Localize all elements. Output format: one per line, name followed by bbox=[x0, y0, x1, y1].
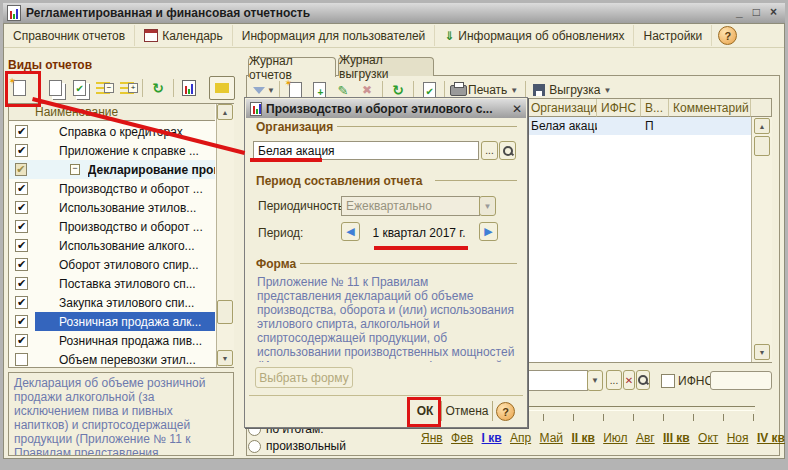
filter-search-button[interactable] bbox=[636, 370, 650, 390]
checkbox[interactable] bbox=[15, 353, 28, 366]
month-link[interactable]: Июл bbox=[603, 431, 627, 445]
checkbox[interactable]: ✔ bbox=[15, 220, 28, 233]
table-scrollbar[interactable]: ▲ ▼ bbox=[751, 117, 772, 362]
scrollbar-thumb[interactable] bbox=[217, 300, 233, 324]
tree-row[interactable]: ✔Производство и оборот ... bbox=[9, 179, 215, 198]
checkbox[interactable]: ✔ bbox=[15, 296, 28, 309]
report-button[interactable] bbox=[177, 77, 201, 99]
print-dropdown-icon[interactable]: ▼ bbox=[510, 86, 518, 95]
dialog-help-icon[interactable]: ? bbox=[496, 402, 515, 421]
minimize-button[interactable]: _ bbox=[736, 5, 743, 19]
checkbox[interactable]: ✔ bbox=[15, 334, 28, 347]
table-row-org[interactable]: Белая акация bbox=[527, 117, 597, 135]
scroll-up-icon[interactable]: ▲ bbox=[754, 118, 770, 134]
tree-row[interactable]: ✔Оборот этилового спир... bbox=[9, 255, 215, 274]
annotation-underline-organization bbox=[250, 158, 322, 162]
tree-row[interactable]: ✔Приложение к справке ... bbox=[9, 141, 215, 160]
tree-row-selected[interactable]: ✔Розничная продажа алк... bbox=[9, 312, 215, 331]
checkbox[interactable]: ✔ bbox=[15, 239, 28, 252]
window-titlebar[interactable]: Регламентированная и финансовая отчетнос… bbox=[3, 3, 785, 23]
org-search-button[interactable] bbox=[499, 141, 516, 160]
printer-icon bbox=[450, 85, 467, 96]
annotation-underline-period bbox=[374, 246, 468, 250]
collapse-node-icon[interactable]: − bbox=[70, 164, 80, 175]
month-link[interactable]: Май bbox=[540, 431, 564, 445]
cancel-button[interactable]: Отмена bbox=[445, 401, 489, 421]
tree-row[interactable]: Объем перевозки этил... bbox=[9, 350, 215, 369]
tree-row[interactable]: ✔Использование алкого... bbox=[9, 236, 215, 255]
month-link[interactable]: Окт bbox=[698, 431, 718, 445]
tree-row-group[interactable]: ✔−Декларирование прои... bbox=[9, 160, 215, 179]
scroll-down-icon[interactable]: ▼ bbox=[754, 344, 770, 360]
close-button[interactable]: × bbox=[770, 5, 777, 19]
menu-update-info[interactable]: ⇓Информация об обновлениях bbox=[435, 25, 634, 46]
month-link[interactable]: Авг bbox=[636, 431, 655, 445]
ifns-filter-field[interactable] bbox=[710, 371, 772, 390]
scroll-up-icon[interactable]: ▲ bbox=[217, 104, 233, 120]
quarter-link[interactable]: IV кв bbox=[757, 431, 785, 445]
dialog-titlebar[interactable]: Производство и оборот этилового с... ✕ bbox=[246, 99, 526, 118]
periodicity-combo[interactable]: Ежеквартально bbox=[341, 196, 480, 216]
org-choose-button[interactable]: ... bbox=[481, 141, 498, 160]
refresh-button[interactable]: ↻ bbox=[146, 77, 170, 99]
quarter-link-current[interactable]: I кв bbox=[482, 431, 502, 445]
scroll-down-icon[interactable]: ▼ bbox=[217, 350, 233, 366]
column-header-v[interactable]: В... bbox=[641, 99, 669, 117]
annotation-box-ok-button bbox=[407, 397, 441, 427]
column-header-comment[interactable]: Комментарий bbox=[669, 99, 751, 117]
copy-button[interactable] bbox=[43, 77, 67, 99]
month-link[interactable]: Янв bbox=[421, 431, 443, 445]
checkbox[interactable]: ✔ bbox=[15, 182, 28, 195]
table-row-status[interactable]: П bbox=[641, 117, 669, 135]
column-header-org[interactable]: Организация bbox=[527, 99, 597, 117]
filter-dropdown-button[interactable]: ▼ bbox=[587, 370, 603, 391]
print-label[interactable]: Печать bbox=[468, 83, 507, 97]
collapse-tree-button[interactable]: − bbox=[91, 77, 115, 99]
radio-icon[interactable] bbox=[248, 440, 261, 453]
menu-settings[interactable]: Настройки bbox=[634, 25, 712, 46]
mark-all-button[interactable]: ✔ bbox=[67, 77, 91, 99]
tree-row[interactable]: ✔Поставка этилового сп... bbox=[9, 274, 215, 293]
export-dropdown-icon[interactable]: ▼ bbox=[603, 86, 611, 95]
checkbox[interactable]: ✔ bbox=[15, 201, 28, 214]
quarter-link[interactable]: II кв bbox=[571, 431, 594, 445]
export-label[interactable]: Выгрузка bbox=[549, 83, 600, 97]
report-kinds-toolbar: ✶ ✔ − + ↻ bbox=[7, 75, 235, 100]
checkbox[interactable]: ✔ bbox=[15, 125, 28, 138]
tree-row[interactable]: ✔Розничная продажа пив... bbox=[9, 331, 215, 350]
checkbox[interactable]: ✔ bbox=[15, 315, 28, 328]
month-link[interactable]: Апр bbox=[510, 431, 531, 445]
periodicity-dropdown-button[interactable]: ▼ bbox=[479, 196, 496, 216]
previous-period-button[interactable]: ◀ bbox=[341, 222, 360, 241]
month-link[interactable]: Фев bbox=[451, 431, 473, 445]
column-header-ifns[interactable]: ИФНС bbox=[597, 99, 641, 117]
table-row-ifns[interactable] bbox=[597, 117, 641, 135]
maximize-button[interactable]: □ bbox=[753, 5, 760, 19]
ifns-checkbox[interactable] bbox=[661, 374, 675, 388]
menu-calendar[interactable]: Календарь bbox=[135, 25, 233, 46]
tree-row[interactable]: ✔Закупка этилового спи... bbox=[9, 293, 215, 312]
tree-row[interactable]: ✔Производство и оборот ... bbox=[9, 217, 215, 236]
filter-choose-button[interactable]: ... bbox=[606, 370, 622, 390]
filter-clear-button[interactable]: ✕ bbox=[623, 370, 635, 390]
checkbox[interactable]: ✔ bbox=[15, 258, 28, 271]
period-mode-arbitrary[interactable]: произвольный bbox=[248, 439, 346, 453]
dialog-close-icon[interactable]: ✕ bbox=[512, 102, 522, 116]
checkbox[interactable]: ✔ bbox=[15, 277, 28, 290]
next-period-button[interactable]: ▶ bbox=[479, 222, 498, 241]
tree-row[interactable]: ✔Использование этилов... bbox=[9, 198, 215, 217]
choose-form-button[interactable]: Выбрать форму bbox=[255, 367, 353, 388]
tab-report-journal[interactable]: Журнал отчетов bbox=[248, 57, 336, 77]
toggle-description-button[interactable] bbox=[209, 76, 235, 100]
checkbox[interactable]: ✔ bbox=[15, 144, 28, 157]
menu-user-info[interactable]: Информация для пользователей bbox=[233, 25, 436, 46]
month-link[interactable]: Ноя bbox=[727, 431, 749, 445]
quarter-link[interactable]: III кв bbox=[663, 431, 690, 445]
expand-tree-button[interactable]: + bbox=[115, 77, 139, 99]
checkbox[interactable]: ✔ bbox=[15, 163, 27, 176]
scrollbar-thumb[interactable] bbox=[754, 136, 770, 156]
table-row-comment[interactable] bbox=[669, 117, 751, 135]
menu-report-directory[interactable]: Справочник отчетов bbox=[4, 25, 135, 46]
help-icon[interactable]: ? bbox=[718, 26, 737, 45]
tab-export-journal[interactable]: Журнал выгрузки bbox=[338, 57, 434, 76]
